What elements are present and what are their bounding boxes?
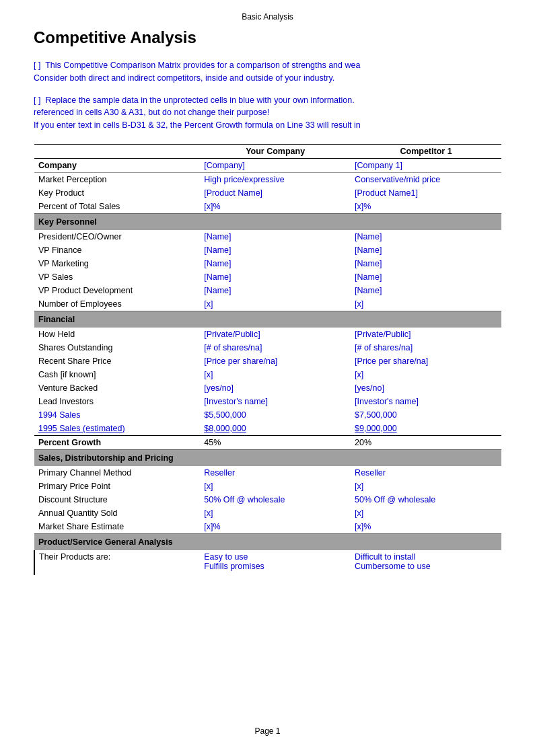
row-your: [# of shares/na] <box>200 341 351 354</box>
row-your: [x]% <box>200 200 351 214</box>
row-comp: [yes/no] <box>351 381 501 395</box>
table-row: Number of Employees [x] [x] <box>34 297 501 311</box>
row-your: [x] <box>200 480 351 493</box>
intro-line-1: [ ] This Competitive Comparison Matrix p… <box>34 59 501 85</box>
row-label: Primary Price Point <box>34 480 200 493</box>
table-row: Shares Outstanding [# of shares/na] [# o… <box>34 341 501 354</box>
row-your: [x] <box>200 506 351 520</box>
table-row: Percent of Total Sales [x]% [x]% <box>34 200 501 214</box>
page-footer: Page 1 <box>0 720 535 743</box>
table-header-row: Your Company Competitor 1 <box>34 144 501 158</box>
section-title: Sales, Distributorship and Pricing <box>34 449 501 466</box>
row-label: Annual Quantity Sold <box>34 506 200 520</box>
section-header-sales: Sales, Distributorship and Pricing <box>34 449 501 466</box>
table-row: President/CEO/Owner [Name] [Name] <box>34 230 501 243</box>
table-row: Lead Investors [Investor's name] [Invest… <box>34 395 501 408</box>
table-row: 1994 Sales $5,500,000 $7,500,000 <box>34 408 501 422</box>
row-your: [Product Name] <box>200 186 351 200</box>
row-label: Lead Investors <box>34 395 200 408</box>
col-header-label <box>34 144 200 158</box>
row-your: 45% <box>200 435 351 449</box>
row-label: 1995 Sales (estimated) <box>34 422 200 436</box>
row-label: Shares Outstanding <box>34 341 200 354</box>
table-row: VP Sales [Name] [Name] <box>34 270 501 284</box>
row-your: [Name] <box>200 243 351 257</box>
row-your: [Name] <box>200 230 351 243</box>
row-your: [Name] <box>200 257 351 270</box>
checkbox-1: [ ] <box>34 61 40 70</box>
row-label: Percent Growth <box>34 435 200 449</box>
main-content: Competitive Analysis [ ] This Competitiv… <box>0 28 535 615</box>
row-comp: 50% Off @ wholesale <box>351 493 501 506</box>
row-comp: [x]% <box>351 520 501 534</box>
row-your: [x]% <box>200 520 351 534</box>
table-row: Percent Growth 45% 20% <box>34 435 501 449</box>
row-comp: [# of shares/na] <box>351 341 501 354</box>
product-comp-line2: Cumbersome to use <box>355 562 497 571</box>
table-row: VP Finance [Name] [Name] <box>34 243 501 257</box>
footer-text: Page 1 <box>254 726 280 736</box>
table-row: VP Product Development [Name] [Name] <box>34 284 501 297</box>
row-your: [Name] <box>200 284 351 297</box>
row-comp: [Product Name1] <box>351 186 501 200</box>
intro-block-2: [ ] Replace the sample data in the unpro… <box>34 94 501 132</box>
row-your: [Price per share/na] <box>200 354 351 368</box>
row-label: President/CEO/Owner <box>34 230 200 243</box>
section-header-key-personnel: Key Personnel <box>34 213 501 230</box>
row-your-products: Easy to use Fulfills promises <box>200 550 351 575</box>
table-row: Primary Channel Method Reseller Reseller <box>34 466 501 480</box>
table-row: VP Marketing [Name] [Name] <box>34 257 501 270</box>
row-label: VP Finance <box>34 243 200 257</box>
row-comp: $7,500,000 <box>351 408 501 422</box>
table-row-products: Their Products are: Easy to use Fulfills… <box>34 550 501 575</box>
row-comp: [Name] <box>351 243 501 257</box>
row-comp: [Name] <box>351 230 501 243</box>
table-row: Market Share Estimate [x]% [x]% <box>34 520 501 534</box>
row-label: Venture Backed <box>34 381 200 395</box>
row-comp: [x] <box>351 480 501 493</box>
row-your: $5,500,000 <box>200 408 351 422</box>
product-your-line2: Fulfills promises <box>204 562 347 571</box>
row-your: $8,000,000 <box>200 422 351 436</box>
header-title: Basic Analysis <box>242 12 293 22</box>
table-row: Company [Company] [Company 1] <box>34 158 501 172</box>
row-your: [Investor's name] <box>200 395 351 408</box>
row-your: 50% Off @ wholesale <box>200 493 351 506</box>
section-title: Key Personnel <box>34 213 501 230</box>
page-title: Competitive Analysis <box>34 28 501 47</box>
row-comp: 20% <box>351 435 501 449</box>
product-your-line1: Easy to use <box>204 552 347 562</box>
row-comp: [Name] <box>351 284 501 297</box>
row-comp: [Company 1] <box>351 158 501 172</box>
table-row: Primary Price Point [x] [x] <box>34 480 501 493</box>
section-header-financial: Financial <box>34 311 501 328</box>
row-comp-products: Difficult to install Cumbersome to use <box>351 550 501 575</box>
row-comp: [Investor's name] <box>351 395 501 408</box>
intro-line-2: [ ] Replace the sample data in the unpro… <box>34 94 501 132</box>
row-your: [Name] <box>200 270 351 284</box>
row-comp: [x] <box>351 297 501 311</box>
row-label: Their Products are: <box>34 550 200 575</box>
row-your: [x] <box>200 368 351 381</box>
row-comp: Conservative/mid price <box>351 172 501 186</box>
row-label: Cash [if known] <box>34 368 200 381</box>
comparison-table: Your Company Competitor 1 Company [Compa… <box>34 144 501 575</box>
col-header-your: Your Company <box>200 144 351 158</box>
row-comp: [x]% <box>351 200 501 214</box>
col-header-comp: Competitor 1 <box>351 144 501 158</box>
table-row: Cash [if known] [x] [x] <box>34 368 501 381</box>
table-row: Recent Share Price [Price per share/na] … <box>34 354 501 368</box>
row-label: VP Product Development <box>34 284 200 297</box>
intro-block-1: [ ] This Competitive Comparison Matrix p… <box>34 59 501 85</box>
row-label: How Held <box>34 328 200 341</box>
row-comp: [Private/Public] <box>351 328 501 341</box>
row-comp: [Price per share/na] <box>351 354 501 368</box>
table-row: Discount Structure 50% Off @ wholesale 5… <box>34 493 501 506</box>
analysis-table: Your Company Competitor 1 Company [Compa… <box>34 144 501 575</box>
row-label: 1994 Sales <box>34 408 200 422</box>
section-header-product: Product/Service General Analysis <box>34 533 501 550</box>
section-title: Financial <box>34 311 501 328</box>
page-header: Basic Analysis <box>0 0 535 28</box>
row-label: VP Marketing <box>34 257 200 270</box>
row-your: [Company] <box>200 158 351 172</box>
